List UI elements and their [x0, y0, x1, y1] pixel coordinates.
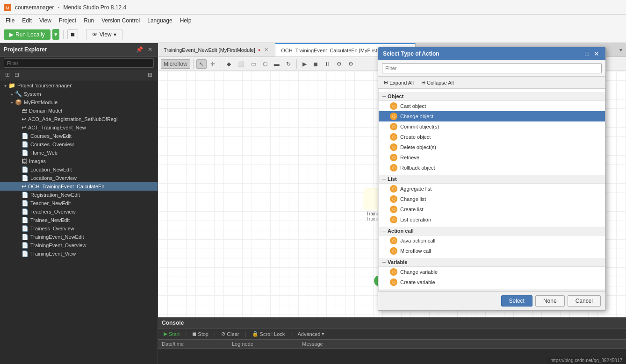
- tree-item-trainess-overview[interactable]: 📄 Trainess_Overview: [0, 224, 158, 233]
- stop-tool[interactable]: ◼: [310, 59, 321, 69]
- minus-icon: ─: [382, 228, 386, 234]
- tree-item-locations-overview[interactable]: 📄 Locations_Overview: [0, 174, 158, 182]
- expand-all-button[interactable]: ⊞ Expand All: [382, 79, 416, 86]
- item-delete-objects[interactable]: ⬡ Delete object(s): [379, 142, 605, 152]
- run-locally-button[interactable]: ▶ Run Locally: [4, 29, 50, 40]
- item-create-object[interactable]: ⬡ Create object: [379, 132, 605, 142]
- console-toolbar: ▶ Start | ◼ Stop | ⊘ Clear | 🔒: [158, 328, 626, 340]
- tree-item-courses-overview[interactable]: 📄 Courses_Overview: [0, 140, 158, 149]
- item-aggregate-list[interactable]: ⬡ Aggregate list: [379, 184, 605, 194]
- menu-edit[interactable]: Edit: [18, 16, 36, 25]
- tree-item-trainee-newedit[interactable]: 📄 Trainee_NewEdit: [0, 216, 158, 224]
- tree-item-images[interactable]: 🖼 Images: [0, 157, 158, 165]
- item-commit-objects-label: Commit object(s): [400, 124, 439, 129]
- item-create-variable[interactable]: ⬡ Create variable: [379, 277, 605, 287]
- pause-tool[interactable]: ⏸: [322, 59, 333, 69]
- menu-file[interactable]: File: [2, 16, 18, 25]
- tree-item-trainingevent-newedit[interactable]: 📄 TrainingEvent_NewEdit: [0, 233, 158, 241]
- tree-item-teacher-newedit[interactable]: 📄 Teacher_NewEdit: [0, 199, 158, 207]
- loop-tool[interactable]: ↻: [283, 59, 294, 69]
- menu-language[interactable]: Language: [144, 16, 176, 25]
- sidebar-search-input[interactable]: [4, 58, 154, 68]
- menu-version-control[interactable]: Version Control: [98, 16, 144, 25]
- menu-view[interactable]: View: [36, 16, 55, 25]
- tree-item-och[interactable]: ↩ OCH_TrainingEvent_CalculateEn: [0, 182, 158, 191]
- sidebar-grid-button[interactable]: ⊞: [146, 71, 154, 79]
- tree-item-act[interactable]: ↩ ACT_TrainingEvent_New: [0, 123, 158, 132]
- sidebar-close-button[interactable]: ✕: [146, 46, 154, 53]
- item-change-list[interactable]: ⬡ Change list: [379, 194, 605, 204]
- item-commit-objects[interactable]: ⬡ Commit object(s): [379, 121, 605, 132]
- square-tool[interactable]: ⬜: [235, 59, 247, 69]
- gear-tool[interactable]: ⚙: [334, 59, 345, 69]
- item-java-action-call[interactable]: ⬡ Java action call: [379, 236, 605, 246]
- sidebar-title: Project Explorer: [4, 46, 47, 53]
- dialog-cancel-button[interactable]: Cancel: [568, 295, 601, 307]
- item-change-variable[interactable]: ⬡ Change variable: [379, 267, 605, 277]
- group-action-call-header[interactable]: ─ Action call: [379, 227, 605, 236]
- menu-help[interactable]: Help: [176, 16, 195, 25]
- group-variable-header[interactable]: ─ Variable: [379, 258, 605, 267]
- view-button[interactable]: 👁 View ▾: [86, 29, 122, 40]
- item-change-object[interactable]: ⬡ Change object: [379, 111, 605, 121]
- tree-item-registration-newedit[interactable]: 📄 Registration_NewEdit: [0, 191, 158, 199]
- dialog-maximize-button[interactable]: □: [584, 50, 590, 57]
- group-list: ─ List ⬡ Aggregate list ⬡ Change list ⬡ …: [379, 174, 605, 226]
- run-dropdown-button[interactable]: ▾: [52, 29, 59, 40]
- console-stop-button[interactable]: ◼ Stop: [190, 330, 210, 337]
- tree-item-location-newedit[interactable]: 📄 Location_NewEdit: [0, 165, 158, 174]
- item-cast-object[interactable]: ⬡ Cast object: [379, 101, 605, 111]
- retrieve-icon: ⬡: [390, 154, 397, 161]
- group-object-header[interactable]: ─ Object: [379, 92, 605, 101]
- tree-item-project[interactable]: ▾ 📁 Project 'coursemanager': [0, 81, 158, 90]
- console-start-button[interactable]: ▶ Start: [162, 330, 181, 337]
- menu-run[interactable]: Run: [80, 16, 98, 25]
- tree-item-trainingevent-view[interactable]: 📄 TrainingEvent_View: [0, 250, 158, 258]
- rect2-tool[interactable]: ▬: [271, 59, 282, 69]
- dialog-titlebar: Select Type of Action ─ □ ✕: [378, 47, 605, 60]
- crosshair-tool[interactable]: ✛: [208, 59, 218, 69]
- stop-run-button[interactable]: ◼: [67, 29, 78, 39]
- item-rollback-object[interactable]: ⬡ Rollback object: [379, 163, 605, 173]
- sidebar-expand-button[interactable]: ⊞: [4, 71, 11, 79]
- sidebar-collapse-button[interactable]: ⊟: [13, 71, 21, 79]
- item-create-object-label: Create object: [400, 134, 431, 140]
- console-scroll-lock-button[interactable]: 🔒 Scroll Lock: [250, 330, 287, 337]
- item-create-list[interactable]: ⬡ Create list: [379, 204, 605, 214]
- sidebar-pin-button[interactable]: 📌: [135, 46, 144, 53]
- item-retrieve[interactable]: ⬡ Retrieve: [379, 152, 605, 163]
- pointer-tool[interactable]: ↖: [196, 59, 207, 69]
- tab-overflow-button[interactable]: ▾: [616, 47, 626, 53]
- tab-trainingevent-newedit[interactable]: TrainingEvent_NewEdit [MyFirstModule] ● …: [158, 43, 275, 57]
- diamond-tool[interactable]: ◆: [224, 59, 234, 69]
- dialog-filter-input[interactable]: [382, 63, 602, 73]
- rect-tool[interactable]: ▭: [248, 59, 259, 69]
- tree-item-trainingevent-overview[interactable]: 📄 TrainingEvent_Overview: [0, 241, 158, 250]
- console-clear-button[interactable]: ⊘ Clear: [219, 330, 241, 337]
- tree-item-system[interactable]: ▸ 🔧 System: [0, 90, 158, 98]
- dialog-select-button[interactable]: Select: [501, 295, 532, 307]
- tree-item-home-web[interactable]: 📄 Home_Web: [0, 149, 158, 157]
- select-type-action-dialog[interactable]: Select Type of Action ─ □ ✕ ⊞ Expand All…: [378, 47, 606, 311]
- dialog-none-button[interactable]: None: [535, 295, 565, 307]
- tree-item-teachers-overview[interactable]: 📄 Teachers_Overview: [0, 207, 158, 216]
- tree-item-myfirstmodule[interactable]: ▾ 📦 MyFirstModule: [0, 98, 158, 107]
- dialog-close-button[interactable]: ✕: [592, 50, 601, 57]
- event-tool[interactable]: ⬡: [260, 59, 270, 69]
- collapse-all-button[interactable]: ⊟ Collapse All: [419, 79, 455, 86]
- console-advanced-button[interactable]: Advanced ▾: [295, 330, 326, 337]
- tree-item-domain-model[interactable]: 🗃 Domain Model: [0, 107, 158, 115]
- item-microflow-call[interactable]: ⬡ Microflow call: [379, 246, 605, 256]
- menu-project[interactable]: Project: [55, 16, 80, 25]
- dialog-minimize-button[interactable]: ─: [575, 50, 582, 57]
- microflow-button[interactable]: Microflow: [161, 59, 190, 69]
- tree-item-courses-newedit[interactable]: 📄 Courses_NewEdit: [0, 132, 158, 140]
- chevron-right-icon: ▸: [8, 92, 15, 97]
- play-tool[interactable]: ▶: [300, 59, 309, 69]
- tab-close-button[interactable]: ✕: [263, 47, 269, 53]
- tree-item-aco[interactable]: ↩ ACO_Ade_Registration_SetNubOfRegi: [0, 115, 158, 123]
- settings-tool[interactable]: ⚙: [345, 59, 356, 69]
- canvas-sep-1: [193, 59, 194, 69]
- item-list-operation[interactable]: ⬡ List operation: [379, 214, 605, 225]
- group-list-header[interactable]: ─ List: [379, 175, 605, 184]
